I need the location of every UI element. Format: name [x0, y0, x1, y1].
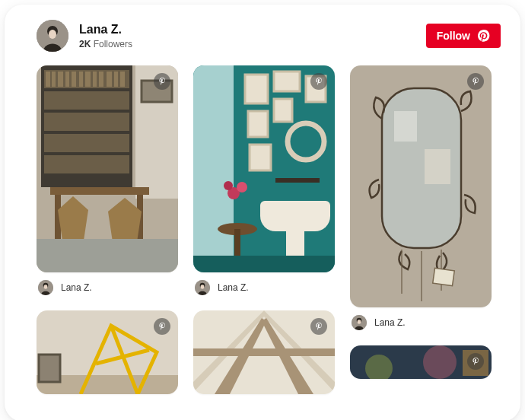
svg-rect-43: [274, 99, 292, 122]
svg-rect-15: [79, 72, 83, 87]
svg-rect-64: [394, 111, 417, 142]
follow-label: Follow: [437, 30, 470, 42]
svg-rect-13: [65, 72, 69, 87]
followers-count: 2K: [79, 39, 91, 49]
pin[interactable]: [193, 310, 335, 394]
pin[interactable]: Lana Z.: [37, 65, 178, 306]
pin-author-name: Lana Z.: [61, 282, 92, 293]
svg-rect-14: [72, 72, 76, 87]
svg-rect-70: [433, 268, 455, 285]
pin-attribution[interactable]: Lana Z.: [37, 272, 178, 306]
pin-author-avatar: [195, 280, 210, 295]
svg-rect-34: [39, 355, 60, 382]
svg-rect-11: [52, 72, 56, 87]
pinterest-badge-icon[interactable]: [310, 73, 327, 90]
profile-header: Lana Z. 2K Followers Follow: [5, 5, 520, 65]
svg-rect-39: [245, 75, 268, 103]
svg-rect-37: [193, 65, 234, 272]
pinterest-badge-icon[interactable]: [154, 318, 170, 335]
svg-rect-52: [193, 256, 335, 272]
svg-rect-8: [44, 134, 129, 152]
pinterest-badge-icon[interactable]: [467, 73, 484, 90]
svg-rect-16: [85, 72, 91, 87]
svg-rect-44: [250, 145, 271, 170]
pin-image[interactable]: [193, 310, 335, 394]
profile-name[interactable]: Lana Z.: [79, 22, 426, 37]
pinterest-icon: [478, 30, 490, 42]
pin-image[interactable]: [350, 345, 492, 379]
avatar-image: [37, 20, 68, 52]
svg-rect-12: [58, 72, 63, 87]
svg-rect-40: [274, 72, 300, 91]
svg-rect-17: [93, 72, 97, 87]
pin-author-name: Lana Z.: [218, 282, 249, 293]
profile-followers[interactable]: 2K Followers: [79, 39, 426, 49]
pin-author-name: Lana Z.: [374, 317, 406, 328]
pin-image[interactable]: [37, 310, 178, 394]
followers-label: Followers: [94, 39, 132, 49]
pin[interactable]: Lana Z.: [350, 65, 492, 341]
svg-rect-24: [50, 187, 149, 195]
svg-point-76: [423, 345, 457, 379]
pin-image[interactable]: [193, 65, 335, 272]
svg-rect-42: [248, 111, 268, 137]
svg-point-31: [44, 285, 48, 289]
svg-rect-10: [46, 72, 50, 87]
profile-card: Lana Z. 2K Followers Follow: [5, 5, 520, 420]
svg-rect-45: [275, 178, 320, 183]
pin-image[interactable]: [350, 65, 492, 307]
svg-rect-19: [107, 72, 112, 87]
pin[interactable]: [350, 345, 492, 379]
profile-avatar[interactable]: [37, 20, 68, 52]
svg-point-50: [237, 182, 247, 192]
svg-rect-9: [44, 155, 129, 173]
svg-point-73: [358, 320, 361, 324]
pin-attribution[interactable]: Lana Z.: [350, 307, 492, 341]
profile-text: Lana Z. 2K Followers: [79, 22, 426, 49]
pins-grid: Lana Z.: [5, 65, 520, 394]
pinterest-badge-icon[interactable]: [154, 73, 170, 90]
svg-rect-21: [120, 72, 125, 87]
svg-rect-60: [193, 348, 335, 356]
pin[interactable]: Lana Z.: [193, 65, 335, 306]
pin-attribution[interactable]: Lana Z.: [193, 272, 335, 306]
svg-rect-7: [44, 113, 129, 131]
pinterest-badge-icon[interactable]: [467, 353, 484, 370]
pin-image[interactable]: [37, 65, 178, 272]
pin-author-avatar: [352, 315, 367, 330]
pinterest-badge-icon[interactable]: [310, 318, 327, 335]
svg-rect-20: [114, 72, 118, 87]
svg-point-51: [224, 181, 233, 190]
svg-rect-28: [37, 239, 178, 272]
follow-button[interactable]: Follow: [426, 24, 501, 48]
svg-point-55: [201, 285, 205, 289]
svg-rect-6: [44, 91, 129, 110]
pin-author-avatar: [38, 280, 53, 295]
pin[interactable]: [37, 310, 178, 394]
svg-point-2: [49, 30, 56, 39]
svg-rect-18: [99, 72, 103, 87]
svg-rect-65: [425, 149, 450, 184]
